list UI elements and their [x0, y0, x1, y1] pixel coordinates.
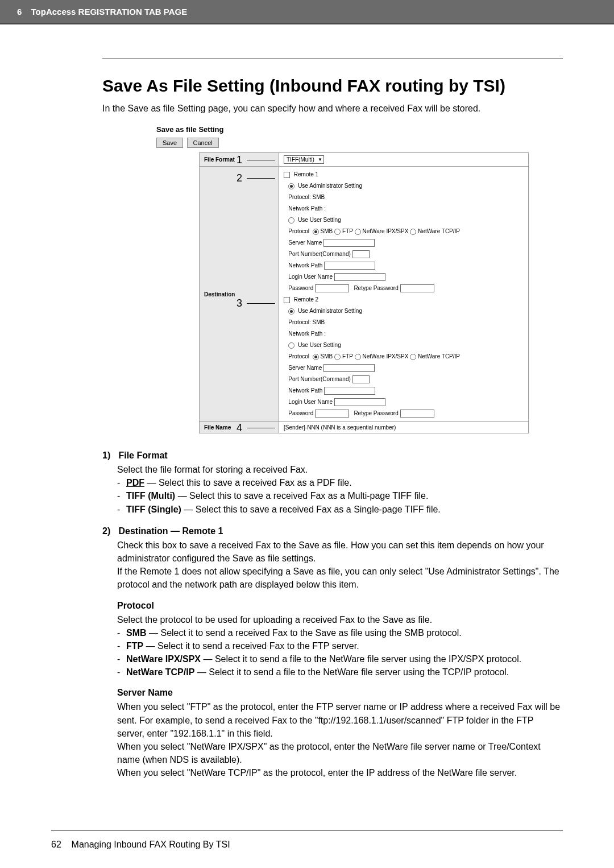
proto-smb-label: SMB	[126, 628, 147, 638]
use-admin-radio[interactable]	[288, 183, 294, 189]
server-name-label: Server Name	[288, 239, 322, 246]
tiff-single-label: TIFF (Single)	[126, 505, 181, 514]
use-user-radio-2[interactable]	[288, 342, 294, 349]
chapter-number: 6	[17, 7, 22, 16]
use-admin-label: Use Administrator Setting	[298, 183, 362, 189]
protocol-row-label: Protocol	[288, 228, 309, 234]
retype-input[interactable]	[400, 284, 434, 292]
protocol-heading: Protocol	[117, 601, 563, 611]
protocol-smb-label: Protocol: SMB	[288, 194, 325, 200]
file-format-dropdown[interactable]: TIFF(Multi)	[284, 155, 324, 164]
proto-smb-desc: — Select it to send a received Fax to th…	[147, 628, 462, 638]
proto-ipx-2: NetWare IPX/SPX	[363, 353, 409, 359]
server-name-label-2: Server Name	[288, 365, 322, 371]
port-label-2: Port Number(Command)	[288, 376, 350, 382]
footer-divider	[51, 830, 563, 830]
protocol-smb-label-2: Protocol: SMB	[288, 319, 325, 325]
server-name-p3: When you select "NetWare TCP/IP" as the …	[117, 768, 517, 778]
page-number: 62	[51, 840, 61, 849]
password-input[interactable]	[315, 284, 349, 292]
proto-smb: SMB	[321, 228, 333, 234]
retype-label: Retype Password	[354, 285, 398, 291]
item1-intro: Select the file format for storing a rec…	[117, 465, 308, 474]
proto-ipx-radio-2[interactable]	[355, 354, 361, 360]
proto-tcp-desc: — Select it to send a file to the NetWar…	[194, 667, 509, 677]
pdf-label: PDF	[126, 478, 144, 487]
server-name-p1: When you select "FTP" as the protocol, e…	[117, 702, 560, 738]
top-divider	[102, 59, 563, 59]
proto-ipx: NetWare IPX/SPX	[363, 228, 409, 234]
item1-num: 1)	[102, 450, 116, 461]
protocol-row-label-2: Protocol	[288, 353, 309, 359]
cancel-button[interactable]: Cancel	[187, 138, 219, 148]
login-label: Login User Name	[288, 274, 333, 280]
server-name-input[interactable]	[323, 239, 375, 247]
pdf-desc: — Select this to save a received Fax as …	[144, 478, 352, 487]
item2-p2: If the Remote 1 does not allow specifyin…	[117, 567, 559, 589]
port-input-2[interactable]	[352, 375, 370, 383]
proto-tcp-label: NetWare TCP/IP	[126, 667, 194, 677]
login-label-2: Login User Name	[288, 399, 333, 405]
port-label: Port Number(Command)	[288, 251, 350, 257]
use-admin-radio-2[interactable]	[288, 308, 294, 315]
proto-tcp: NetWare TCP/IP	[418, 228, 460, 234]
page-title: Save As File Setting (Inbound FAX routin…	[102, 76, 563, 96]
network-path-label-2: Network Path	[288, 387, 322, 394]
proto-tcp-radio[interactable]	[410, 229, 416, 235]
remote1-title: Remote 1	[294, 171, 318, 177]
tiff-multi-label: TIFF (Multi)	[126, 491, 175, 501]
port-input[interactable]	[352, 250, 370, 258]
screenshot-panel: Save as file Setting Save Cancel File Fo…	[114, 125, 563, 433]
settings-title: Save as file Setting	[156, 125, 563, 134]
password-label: Password	[288, 285, 313, 291]
callout-3: 3	[237, 293, 242, 313]
server-name-p2: When you select "NetWare IPX/SPX" as the…	[117, 742, 541, 764]
proto-ipx-radio[interactable]	[355, 229, 361, 235]
network-path-ro-2: Network Path :	[288, 330, 326, 337]
tiff-single-desc: — Select this to save a received Fax as …	[181, 505, 441, 514]
network-path-ro: Network Path :	[288, 205, 326, 212]
use-user-label-2: Use User Setting	[298, 342, 341, 348]
callout-2: 2	[237, 168, 242, 188]
use-admin-label-2: Use Administrator Setting	[298, 308, 362, 314]
use-user-radio[interactable]	[288, 217, 294, 224]
proto-smb-radio[interactable]	[313, 229, 319, 235]
footer-section: Managing Inbound FAX Routing By TSI	[72, 840, 230, 849]
proto-ipx-label: NetWare IPX/SPX	[126, 654, 201, 664]
remote1-checkbox[interactable]	[284, 172, 290, 178]
login-input-2[interactable]	[334, 398, 385, 406]
save-button[interactable]: Save	[156, 138, 183, 148]
login-input[interactable]	[334, 273, 385, 281]
proto-tcp-radio-2[interactable]	[410, 354, 416, 360]
password-input-2[interactable]	[315, 410, 349, 418]
item1-title: File Format	[118, 450, 167, 460]
file-name-value: [Sender]-NNN (NNN is a sequential number…	[284, 424, 396, 431]
callout-1: 1	[237, 154, 242, 166]
proto-ftp-label: FTP	[126, 641, 143, 651]
settings-table: File Format 1 TIFF(Multi) Destination 2	[199, 152, 529, 433]
remote2-checkbox[interactable]	[284, 297, 290, 303]
network-path-input[interactable]	[324, 262, 375, 270]
proto-ftp-desc: — Select it to send a received Fax to th…	[143, 641, 359, 651]
proto-ftp-radio-2[interactable]	[334, 354, 341, 360]
protocol-intro: Select the protocol to be used for uploa…	[117, 615, 432, 625]
page-footer: 62 Managing Inbound FAX Routing By TSI	[0, 840, 614, 867]
server-name-heading: Server Name	[117, 688, 563, 698]
password-label-2: Password	[288, 410, 313, 416]
item2-num: 2)	[102, 526, 116, 536]
retype-input-2[interactable]	[400, 410, 434, 418]
proto-ftp: FTP	[342, 228, 353, 234]
header-title: TopAccess REGISTRATION TAB PAGE	[31, 7, 188, 16]
proto-tcp-2: NetWare TCP/IP	[418, 353, 460, 359]
use-user-label: Use User Setting	[298, 217, 341, 223]
proto-ftp-radio[interactable]	[334, 229, 341, 235]
callout-4: 4	[237, 422, 242, 434]
proto-ftp-2: FTP	[342, 353, 353, 359]
intro-text: In the Save as file Setting page, you ca…	[102, 104, 563, 114]
network-path-input-2[interactable]	[324, 387, 375, 395]
server-name-input-2[interactable]	[323, 364, 375, 372]
proto-smb-radio-2[interactable]	[313, 354, 319, 360]
network-path-label: Network Path	[288, 262, 322, 268]
remote2-title: Remote 2	[294, 296, 318, 303]
proto-smb-2: SMB	[321, 353, 333, 359]
